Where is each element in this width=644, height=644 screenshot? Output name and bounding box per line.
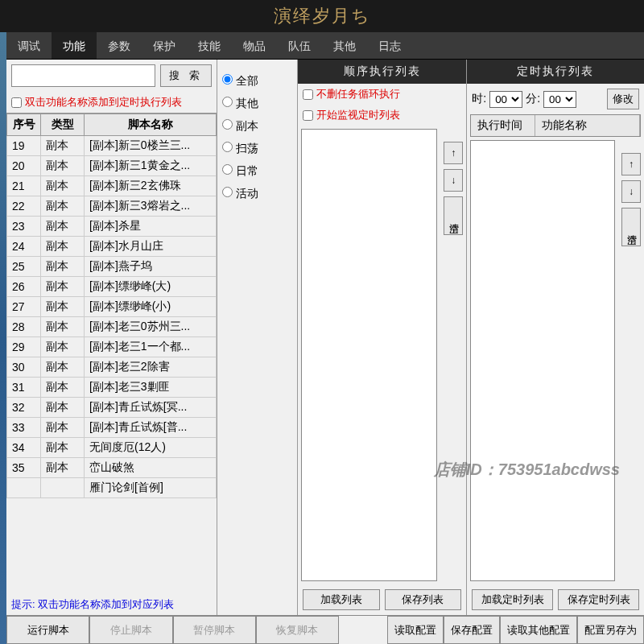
bottom-bar: 运行脚本 停止脚本 暂停脚本 恢复脚本 读取配置 保存配置 读取其他配置 配置另… [6, 615, 644, 644]
add-to-timer-checkbox[interactable] [11, 97, 22, 108]
table-row[interactable]: 雁门论剑[首例] [7, 478, 217, 498]
menu-bar: 调试 功能 参数 保护 技能 物品 队伍 其他 日志 [0, 32, 644, 60]
menu-protect[interactable]: 保护 [142, 32, 187, 59]
filter-radio[interactable] [222, 97, 233, 107]
stop-script-button[interactable]: 停止脚本 [89, 616, 172, 644]
run-script-button[interactable]: 运行脚本 [6, 616, 89, 644]
filter-其他[interactable]: 其他 [222, 97, 292, 111]
script-table[interactable]: 序号 类型 脚本名称 19副本[副本]新三0楼兰三...20副本[副本]新三1黄… [6, 113, 217, 594]
window-title: 演绎岁月ち [0, 0, 644, 32]
search-button[interactable]: 搜 索 [160, 64, 212, 87]
hour-label: 时: [472, 92, 486, 106]
save-config-button[interactable]: 保存配置 [444, 616, 500, 644]
modify-button[interactable]: 修改 [607, 89, 639, 109]
table-row[interactable]: 21副本[副本]新三2玄佛珠 [7, 176, 217, 196]
menu-team[interactable]: 队伍 [277, 32, 322, 59]
filter-日常[interactable]: 日常 [222, 164, 292, 179]
timer-col-time[interactable]: 执行时间 [471, 115, 535, 136]
filter-活动[interactable]: 活动 [222, 187, 292, 201]
table-row[interactable]: 33副本[副本]青丘试炼[普... [7, 418, 217, 438]
timer-down-button[interactable]: ↓ [621, 180, 641, 203]
load-timer-button[interactable]: 加载定时列表 [472, 589, 553, 610]
menu-params[interactable]: 参数 [97, 32, 142, 59]
hour-select[interactable]: 00 [489, 91, 522, 108]
table-row[interactable]: 23副本[副本]杀星 [7, 217, 217, 237]
seq-up-button[interactable]: ↑ [444, 142, 463, 164]
save-list-button[interactable]: 保存列表 [385, 589, 462, 610]
save-timer-button[interactable]: 保存定时列表 [558, 589, 639, 610]
table-row[interactable]: 20副本[副本]新三1黄金之... [7, 156, 217, 176]
table-row[interactable]: 29副本[副本]老三1一个都... [7, 337, 217, 357]
filter-radio[interactable] [222, 74, 233, 85]
timer-up-button[interactable]: ↑ [621, 153, 641, 175]
timer-list[interactable] [470, 140, 615, 581]
col-index[interactable]: 序号 [7, 114, 41, 136]
table-row[interactable]: 24副本[副本]水月山庄 [7, 237, 217, 257]
table-row[interactable]: 30副本[副本]老三2除害 [7, 357, 217, 378]
sequence-header: 顺序执行列表 [298, 60, 466, 84]
minute-label: 分: [526, 92, 540, 106]
table-row[interactable]: 22副本[副本]新三3熔岩之... [7, 196, 217, 217]
pause-script-button[interactable]: 暂停脚本 [173, 616, 256, 644]
menu-debug[interactable]: 调试 [6, 32, 52, 59]
load-list-button[interactable]: 加载列表 [303, 589, 380, 610]
timer-clear-button[interactable]: 清空 [621, 208, 641, 246]
save-config-as-button[interactable]: 配置另存为 [577, 616, 644, 644]
table-row[interactable]: 28副本[副本]老三0苏州三... [7, 317, 217, 337]
resume-script-button[interactable]: 恢复脚本 [256, 616, 339, 644]
table-row[interactable]: 34副本无间度厄(12人) [7, 438, 217, 458]
timer-table-header: 执行时间 功能名称 [470, 114, 641, 137]
seq-clear-button[interactable]: 清空 [444, 196, 463, 235]
col-type[interactable]: 类型 [41, 114, 85, 136]
table-row[interactable]: 19副本[副本]新三0楼兰三... [7, 136, 217, 156]
timer-col-name[interactable]: 功能名称 [535, 115, 640, 136]
loop-checkbox[interactable] [303, 89, 313, 100]
read-other-config-button[interactable]: 读取其他配置 [500, 616, 577, 644]
table-row[interactable]: 32副本[副本]青丘试炼[冥... [7, 398, 217, 418]
timer-panel: 定时执行列表 时: 00 分: 00 修改 执行时间 功能名称 ↑ ↓ 清空 加… [467, 60, 644, 615]
table-row[interactable]: 27副本[副本]缥缈峰(小) [7, 297, 217, 317]
timer-header: 定时执行列表 [467, 60, 644, 84]
read-config-button[interactable]: 读取配置 [387, 616, 444, 644]
filter-扫荡[interactable]: 扫荡 [222, 142, 292, 156]
sequence-list[interactable] [301, 129, 437, 581]
table-row[interactable]: 35副本峦山破煞 [7, 458, 217, 478]
menu-log[interactable]: 日志 [367, 32, 412, 59]
table-row[interactable]: 25副本[副本]燕子坞 [7, 257, 217, 277]
content: 搜 索 双击功能名称添加到定时执行列表 序号 类型 脚本名称 19副本[副本]新… [6, 60, 644, 615]
bottom-tip: 提示: 双击功能名称添加到对应列表 [6, 594, 217, 615]
filter-radio[interactable] [222, 164, 233, 175]
filter-副本[interactable]: 副本 [222, 119, 292, 134]
table-row[interactable]: 31副本[副本]老三3剿匪 [7, 378, 217, 398]
monitor-checkbox[interactable] [303, 110, 313, 121]
menu-function[interactable]: 功能 [52, 32, 97, 59]
menu-skill[interactable]: 技能 [187, 32, 232, 59]
menu-item[interactable]: 物品 [232, 32, 277, 59]
minute-select[interactable]: 00 [543, 91, 576, 108]
menu-other[interactable]: 其他 [322, 32, 367, 59]
filter-全部[interactable]: 全部 [222, 74, 292, 89]
add-to-timer-hint[interactable]: 双击功能名称添加到定时执行列表 [6, 92, 217, 113]
seq-down-button[interactable]: ↓ [444, 169, 463, 192]
sequence-panel: 顺序执行列表 不删任务循环执行 开始监视定时列表 ↑ ↓ 清空 加载列表 保存列… [298, 60, 467, 615]
table-row[interactable]: 26副本[副本]缥缈峰(大) [7, 277, 217, 297]
col-name[interactable]: 脚本名称 [85, 114, 217, 136]
filter-radio[interactable] [222, 119, 233, 130]
filter-panel: 全部 其他 副本 扫荡 日常 活动 [217, 60, 298, 615]
filter-radio[interactable] [222, 187, 233, 197]
filter-radio[interactable] [222, 142, 233, 152]
script-list-panel: 搜 索 双击功能名称添加到定时执行列表 序号 类型 脚本名称 19副本[副本]新… [6, 60, 217, 615]
search-input[interactable] [11, 64, 155, 87]
background-strip [0, 32, 6, 644]
